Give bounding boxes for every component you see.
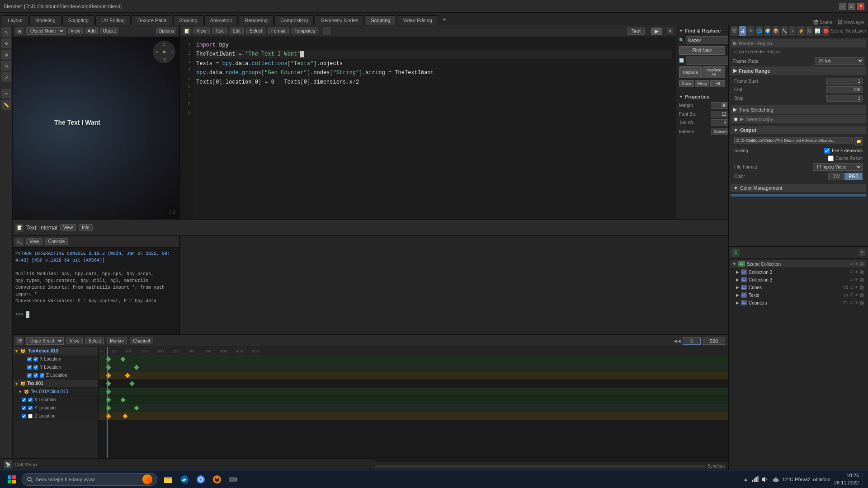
outliner-icon-main[interactable]: 🌲 [731,249,740,257]
scene-coll-vis[interactable]: ☑ [850,262,854,266]
text-menu[interactable]: Text [212,28,227,34]
text-info-menu[interactable]: Info [79,224,93,231]
view-menu-script[interactable]: View [193,28,210,34]
tool-move[interactable]: ⊕ [1,50,11,60]
dope-icon[interactable]: 🎬 [15,337,24,345]
props-render-tab[interactable]: 🎬 [731,26,738,36]
viewport-menu-icon[interactable]: ⊞ [15,27,24,35]
output-folder-button[interactable]: 📁 [854,137,863,145]
view-menu[interactable]: View [68,28,83,34]
cubes-render[interactable]: 🎥 [859,285,864,290]
channel-z-loc-2-checkbox[interactable] [22,414,26,418]
channel-y-loc-2-vis[interactable] [28,406,33,410]
all-button[interactable]: All [710,80,725,87]
tool-select[interactable]: ↖ [1,27,11,37]
find-next-button[interactable]: Find Next [679,46,725,55]
frame-end-input[interactable] [826,86,863,93]
dope-timeline[interactable]: 050100150200250300350400450500 [99,347,728,462]
tab-uv-editing[interactable]: UV Editing [95,15,131,25]
tool-measure[interactable]: 📏 [1,100,11,110]
props-world-tab[interactable]: 🌍 [764,26,771,36]
dope-type-select[interactable]: Dope Sheet [26,337,64,345]
outliner-cubes[interactable]: ▶ 🗂 Cubes ▽0 ☑ 👁 🎥 [731,284,866,291]
current-frame-input[interactable] [683,338,701,345]
outliner-collection3[interactable]: ▶ 🗂 Collection 3 ☑ 👁 🎥 [731,276,866,283]
props-object-tab[interactable]: 📦 [772,26,779,36]
add-workspace-button[interactable]: + [439,14,450,25]
props-collapse-icon[interactable]: ▼ [679,94,683,99]
props-mat-tab[interactable]: 🔴 [822,26,830,36]
tab-width-input[interactable] [711,119,728,126]
channel-texaction[interactable]: ▼ 🐱 TexAction.013 [13,347,98,355]
channel-z-loc-2-vis[interactable] [28,414,33,418]
time-stretch-header[interactable]: ▶ Time Stretching [731,105,866,114]
frame-step-input[interactable] [826,95,863,102]
channel-x-loc-1-vis[interactable] [33,357,38,361]
bw-button[interactable]: BW [828,173,844,180]
tab-sculpting[interactable]: Sculpting [62,15,94,25]
object-mode-select[interactable]: Object Mode [26,27,66,35]
prev-frame-icon[interactable]: ◀◀ [674,338,681,343]
coll2-eye[interactable]: 👁 [854,270,859,274]
props-physics-tab[interactable]: ⚡ [797,26,804,36]
texts-check[interactable]: ☑ [850,293,854,297]
props-constraint-tab[interactable]: ⛓ [806,26,813,36]
cortana-button[interactable] [142,474,152,484]
close-file-button[interactable]: ✕ [667,28,673,34]
channel-y-loc-1-checkbox[interactable] [27,365,32,370]
taskbar-search[interactable]: Sem zadejte hledaný výraz [22,473,157,486]
system-tray-expand[interactable]: ▲ [744,477,748,482]
dope-view-menu[interactable]: View [66,338,83,344]
props-output-tab[interactable]: 🖨 [739,26,746,36]
channel-z-loc-1-checkbox[interactable] [27,373,32,378]
run-script-button[interactable]: ▶ [651,28,662,35]
outliner-texts[interactable]: ▶ 🗂 Texts ▽0 ☑ 👁 🎥 [731,291,866,299]
color-mgmt-header[interactable]: ▼ Color Management [731,184,866,192]
tool-annotate[interactable]: ✏ [1,89,11,99]
channel-z-loc-2[interactable]: Z Location [13,412,98,420]
options-button[interactable]: Options [156,28,176,34]
dope-marker-menu[interactable]: Marker [107,338,127,344]
text-bar-icon[interactable]: 📝 [15,224,24,232]
scene-selector[interactable]: 🎬 Scene [813,20,832,25]
tool-scale[interactable]: ⤢ [1,72,11,82]
props-modifier-tab[interactable]: 🔧 [781,26,788,36]
output-header[interactable]: ▼ Output [731,126,866,134]
props-data-tab[interactable]: 📊 [814,26,821,36]
close-button[interactable]: ✕ [857,3,864,10]
console-menu[interactable]: Console [45,238,68,245]
collapse-icon[interactable]: ▼ [679,28,683,33]
script-file-icon[interactable] [323,27,331,35]
tab-texture-paint[interactable]: Texture Paint [132,15,172,25]
cache-checkbox[interactable] [828,155,834,161]
output-path-input[interactable] [734,137,853,144]
tool-cursor[interactable]: ✛ [1,38,11,48]
channel-x-loc-2[interactable]: X Location [13,396,98,404]
tab-rendering[interactable]: Rendering [239,15,274,25]
taskbar-edge[interactable] [177,472,192,487]
console-icon[interactable]: >_ [15,238,24,246]
props-view-tab[interactable]: 👁 [747,26,755,36]
coll2-check[interactable]: ☑ [850,270,854,274]
channel-x-loc-2-vis[interactable] [28,398,33,402]
show-desktop-button[interactable] [863,473,864,486]
coll3-eye[interactable]: 👁 [854,277,859,282]
frame-rate-select[interactable]: 24 fps 30 fps 60 fps [815,57,864,65]
console-view-menu[interactable]: View [26,238,42,245]
outliner-collection2[interactable]: ▶ 🗂 Collection 2 ☑ 👁 🎥 [731,268,866,276]
texts-render[interactable]: 🎥 [859,293,864,297]
channel-y-loc-2[interactable]: Y Location [13,404,98,412]
channel-z-loc-1-lock[interactable] [40,373,44,378]
indent-select[interactable]: Spaces Tabs [711,128,728,135]
templates-menu[interactable]: Templates [292,28,319,34]
edit-menu[interactable]: Edit [230,28,244,34]
counters-eye[interactable]: 👁 [854,300,859,305]
playhead[interactable] [107,347,108,462]
add-menu[interactable]: Add [85,28,98,34]
file-ext-checkbox[interactable] [824,148,830,154]
minimize-button[interactable]: ─ [839,3,846,10]
stereo-header[interactable]: 🔲 ▶ Stereoscopy [731,115,866,123]
start-button[interactable] [4,472,20,487]
text-view-menu[interactable]: View [60,224,76,231]
frame-start-input[interactable] [826,78,863,84]
